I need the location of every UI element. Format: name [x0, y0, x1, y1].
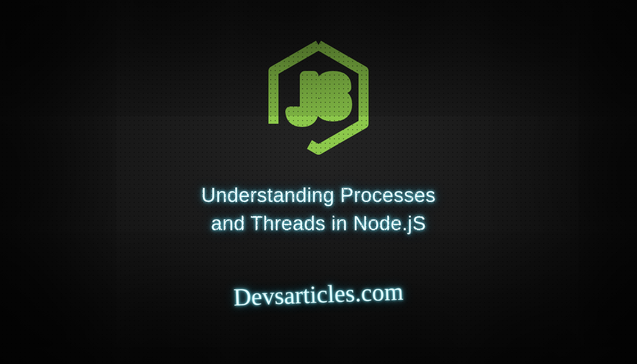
nodejs-logo-icon — [266, 39, 371, 156]
title-line-2: and Threads in Node.jS — [211, 212, 426, 234]
site-name: Devsarticles.com — [233, 278, 404, 312]
title-line-1: Understanding Processes — [201, 184, 435, 206]
article-title: Understanding Processes and Threads in N… — [201, 181, 435, 237]
